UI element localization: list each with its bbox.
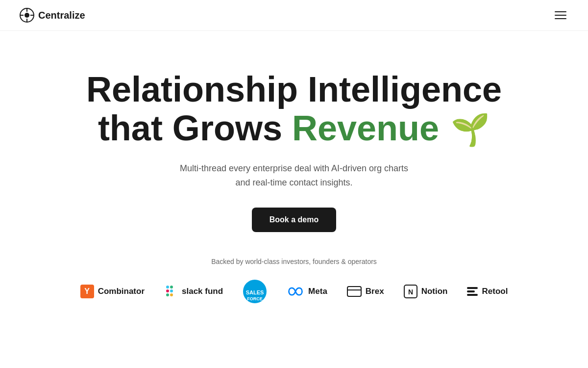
svg-rect-10 — [166, 286, 169, 289]
centralize-logo-icon — [20, 8, 34, 23]
svg-rect-7 — [170, 289, 173, 292]
svg-text:SALES: SALES — [246, 289, 264, 295]
notion-text: Notion — [421, 287, 448, 296]
main-content: Relationship Intelligence that Grows Rev… — [0, 31, 588, 304]
retool-text: Retool — [482, 287, 508, 296]
investors-label: Backed by world-class investors, founder… — [211, 258, 377, 265]
hero-title-line1: Relationship Intelligence — [86, 70, 502, 109]
svg-rect-6 — [166, 289, 169, 292]
hero-title-revenue: Revenue — [292, 108, 439, 148]
brex-logo: Brex — [347, 286, 384, 297]
investors-section: Backed by world-class investors, founder… — [0, 258, 588, 304]
retool-icon — [467, 287, 478, 296]
logos-row: Y Combinator slack fund — [80, 279, 508, 304]
yc-icon: Y — [80, 285, 94, 298]
brex-icon — [347, 286, 362, 297]
slack-fund-text: slack fund — [182, 287, 223, 296]
salesforce-logo: SALES FORCE — [243, 279, 267, 304]
hamburger-line-2 — [555, 15, 566, 16]
plant-icon: 🌱 — [451, 112, 490, 147]
retool-logo: Retool — [467, 287, 508, 296]
notion-logo: N Notion — [404, 285, 448, 298]
hamburger-line-3 — [555, 18, 566, 19]
logo-text: Centralize — [38, 10, 85, 21]
slack-icon — [164, 285, 178, 298]
meta-icon — [287, 287, 304, 296]
header: Centralize — [0, 0, 588, 31]
hero-title: Relationship Intelligence that Grows Rev… — [86, 70, 502, 148]
ycombinator-logo: Y Combinator — [80, 285, 145, 298]
svg-rect-15 — [347, 287, 361, 296]
menu-button[interactable] — [553, 9, 568, 21]
logo[interactable]: Centralize — [20, 8, 85, 23]
meta-logo: Meta — [287, 287, 327, 296]
hero-subtitle: Multi-thread every enterprise deal with … — [180, 161, 408, 190]
notion-icon: N — [404, 285, 417, 298]
meta-text: Meta — [308, 287, 327, 296]
svg-point-1 — [24, 13, 29, 18]
svg-text:FORCE: FORCE — [247, 296, 263, 301]
salesforce-icon: SALES FORCE — [243, 279, 267, 304]
svg-rect-9 — [170, 293, 173, 296]
brex-text: Brex — [366, 287, 384, 296]
svg-rect-8 — [166, 293, 169, 296]
yc-text: Combinator — [98, 287, 145, 296]
svg-text:N: N — [408, 288, 413, 296]
hero-title-line2-plain: that Grows — [98, 108, 282, 148]
book-demo-button[interactable]: Book a demo — [252, 208, 336, 232]
svg-rect-11 — [170, 286, 173, 289]
slackfund-logo: slack fund — [164, 285, 223, 298]
hamburger-line-1 — [555, 11, 566, 12]
